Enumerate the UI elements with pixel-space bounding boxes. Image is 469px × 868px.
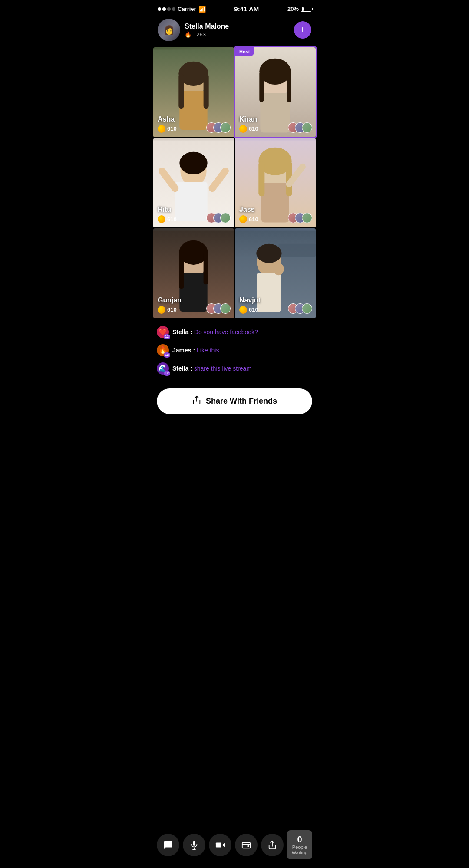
svg-rect-11 (287, 72, 291, 102)
flame-icon: 🔥 (185, 31, 192, 38)
svg-rect-35 (257, 273, 281, 312)
chat-area: ❤️ 12 Stella : Do you have facebook? 🔥 1… (150, 318, 319, 385)
share-button-label: Share With Friends (206, 397, 277, 406)
coin-icon (158, 215, 165, 223)
svg-point-36 (273, 263, 284, 275)
profile-header: 👩 Stella Malone 🔥 1263 + (150, 15, 319, 47)
viewer-avatars-ritu (206, 213, 231, 223)
svg-point-17 (179, 151, 207, 174)
stream-grid: Asha 610 Host Kiran (150, 47, 319, 318)
svg-rect-4 (178, 74, 184, 108)
svg-rect-5 (204, 74, 209, 108)
streamer-score-asha: 610 (158, 125, 177, 133)
streamer-name-kiran: Kiran (239, 115, 257, 123)
svg-point-9 (259, 59, 291, 85)
status-right: 20% (287, 6, 311, 12)
battery-percent: 20% (287, 6, 299, 12)
stream-cell-kiran[interactable]: Host Kiran 610 (235, 47, 316, 137)
streamer-score-navjot: 610 (239, 306, 258, 314)
coin-icon (239, 306, 247, 314)
viewer-av-3 (302, 303, 312, 314)
svg-rect-30 (204, 252, 208, 284)
profile-score: 🔥 1263 (185, 31, 290, 38)
viewer-avatars-kiran (288, 122, 312, 133)
viewer-av-3 (302, 213, 312, 223)
chat-message-1: ❤️ 12 Stella : Do you have facebook? (157, 326, 312, 338)
share-with-friends-button[interactable]: Share With Friends (157, 388, 312, 414)
coin-icon (158, 306, 165, 314)
dot-4 (172, 7, 175, 11)
viewer-av-3 (220, 122, 231, 133)
chat-text-3: Stella : share this live stream (172, 365, 251, 372)
add-button[interactable]: + (294, 21, 311, 39)
status-time: 9:41 AM (234, 5, 259, 13)
share-section: Share With Friends (150, 385, 319, 423)
streamer-score-ritu: 610 (158, 215, 177, 223)
status-bar: Carrier 📶 9:41 AM 20% (150, 0, 319, 15)
svg-rect-10 (259, 72, 264, 102)
wifi-icon: 📶 (198, 6, 206, 13)
streamer-score-gunjan: 610 (158, 306, 177, 314)
stream-cell-asha[interactable]: Asha 610 (153, 47, 234, 137)
svg-rect-29 (179, 252, 184, 289)
viewer-avatars-navjot (288, 303, 312, 314)
chat-avatar-2: 🔥 12 (157, 344, 169, 356)
status-left: Carrier 📶 (158, 6, 206, 13)
score-value: 1263 (193, 31, 206, 38)
chat-avatar-3: 🌊 12 (157, 362, 169, 375)
chat-level-1: 12 (164, 334, 170, 339)
chat-message-3: 🌊 12 Stella : share this live stream (157, 362, 312, 375)
host-badge: Host (235, 47, 254, 56)
svg-rect-22 (258, 161, 264, 196)
share-icon (192, 395, 201, 407)
chat-level-3: 12 (164, 371, 170, 376)
battery-icon (301, 7, 311, 12)
dot-3 (167, 7, 171, 11)
svg-rect-33 (279, 244, 316, 257)
chat-text-2: James : Like this (172, 347, 219, 354)
viewer-av-3 (220, 303, 231, 314)
avatar: 👩 (158, 19, 180, 41)
streamer-name-jass: Jass (239, 206, 255, 214)
stream-cell-gunjan[interactable]: Gunjan 610 (153, 228, 234, 318)
svg-rect-8 (260, 93, 290, 132)
svg-rect-20 (261, 183, 289, 222)
streamer-name-asha: Asha (158, 115, 175, 123)
stream-cell-ritu[interactable]: Ritu 610 (153, 138, 234, 228)
carrier-label: Carrier (178, 6, 196, 12)
streamer-name-ritu: Ritu (158, 206, 171, 214)
chat-message-2: 🔥 12 James : Like this (157, 344, 312, 356)
stream-cell-jass[interactable]: Jass 610 (235, 138, 316, 228)
dot-1 (158, 7, 161, 11)
streamer-score-jass: 610 (239, 215, 258, 223)
stream-cell-navjot[interactable]: Navjot 610 (235, 228, 316, 318)
viewer-avatars-gunjan (206, 303, 231, 314)
viewer-av-3 (220, 213, 231, 223)
streamer-name-navjot: Navjot (239, 296, 261, 304)
chat-text-1: Stella : Do you have facebook? (172, 329, 258, 335)
viewer-av-3 (302, 122, 312, 133)
coin-icon (239, 215, 247, 223)
signal-dots (158, 7, 175, 11)
profile-info: Stella Malone 🔥 1263 (185, 23, 290, 38)
svg-rect-14 (175, 182, 207, 221)
svg-point-37 (256, 244, 281, 263)
chat-level-2: 12 (164, 352, 170, 358)
coin-icon (239, 125, 247, 133)
streamer-name-gunjan: Gunjan (158, 296, 182, 304)
streamer-score-kiran: 610 (239, 125, 258, 133)
coin-icon (158, 125, 165, 133)
viewer-avatars-jass (288, 213, 312, 223)
dot-2 (162, 7, 166, 11)
chat-avatar-1: ❤️ 12 (157, 326, 169, 338)
profile-name: Stella Malone (185, 23, 290, 30)
viewer-avatars-asha (206, 122, 231, 133)
